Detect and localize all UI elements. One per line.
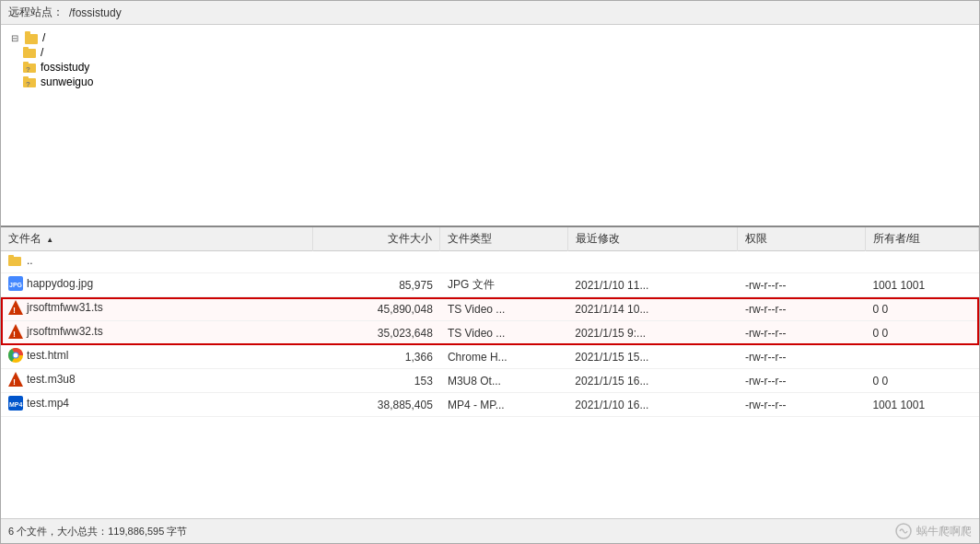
table-row[interactable]: .. <box>1 251 979 273</box>
folder-open-icon <box>25 31 40 44</box>
file-modified-cell: 2021/1/15 16... <box>567 369 738 393</box>
col-name[interactable]: 文件名 ▲ <box>1 227 312 251</box>
file-icon-wrapper: .. <box>8 254 33 267</box>
svg-text:?: ? <box>26 80 30 88</box>
tree-panel: ⊟ / / <box>1 25 979 227</box>
file-owner-cell: 1001 1001 <box>865 393 978 417</box>
m3u8-icon: ! <box>8 372 23 387</box>
svg-marker-21 <box>8 372 23 387</box>
file-name: test.html <box>27 349 68 362</box>
file-name: jrsoftmfww32.ts <box>27 325 103 338</box>
file-modified-cell: 2021/1/15 9:... <box>567 321 738 345</box>
table-row[interactable]: !jrsoftmfww32.ts35,023,648TS Video ...20… <box>1 321 979 345</box>
file-name: .. <box>27 254 33 267</box>
file-icon-wrapper: JPGhappydog.jpg <box>8 276 93 291</box>
file-size-cell: 35,023,648 <box>312 321 439 345</box>
col-size[interactable]: 文件大小 <box>312 227 439 251</box>
content-area: ⊟ / / <box>1 25 979 518</box>
file-type-cell: JPG 文件 <box>440 273 567 297</box>
watermark-text: 蜗牛爬啊爬 <box>894 522 972 540</box>
file-name-cell: !test.m3u8 <box>1 369 312 393</box>
file-size-cell: 153 <box>312 369 439 393</box>
file-name: test.m3u8 <box>27 373 76 386</box>
file-permissions-cell: -rw-r--r-- <box>738 297 865 321</box>
folder-question-icon-ts: ? <box>23 75 38 88</box>
file-permissions-cell: -rw-r--r-- <box>738 345 865 369</box>
file-name-cell: .. <box>1 251 312 273</box>
folder-icon-fossistudy <box>23 46 38 59</box>
sort-arrow-name: ▲ <box>46 236 53 244</box>
svg-text:!: ! <box>13 306 16 315</box>
svg-rect-1 <box>25 31 30 35</box>
tree-item-sunweiguo-label: fossistudy <box>41 61 89 74</box>
ts-icon: ! <box>8 324 23 339</box>
remote-site-path: /fossistudy <box>69 6 122 19</box>
file-owner-cell: 0 0 <box>865 369 978 393</box>
file-type-cell: MP4 - MP... <box>440 393 567 417</box>
file-modified-cell: 2021/1/15 15... <box>567 345 738 369</box>
table-row[interactable]: !jrsoftmfww31.ts45,890,048TS Video ...20… <box>1 297 979 321</box>
svg-rect-10 <box>8 257 21 266</box>
file-size-cell: 85,975 <box>312 273 439 297</box>
table-row[interactable]: JPGhappydog.jpg85,975JPG 文件2021/1/10 11.… <box>1 273 979 297</box>
col-type[interactable]: 文件类型 <box>440 227 567 251</box>
svg-rect-8 <box>23 76 29 79</box>
svg-text:?: ? <box>26 65 30 74</box>
tree-item-fossistudy-label: / <box>41 46 43 59</box>
tree-item-root[interactable]: ⊟ / <box>8 30 972 45</box>
tree-item-ts-label: sunweiguo <box>41 75 93 88</box>
file-icon-wrapper: !jrsoftmfww31.ts <box>8 300 103 315</box>
file-name: happydog.jpg <box>27 277 93 290</box>
tree-item-fossistudy[interactable]: / <box>23 45 972 60</box>
file-icon-wrapper: !test.m3u8 <box>8 372 76 387</box>
file-modified-cell: 2021/1/10 11... <box>567 273 738 297</box>
file-permissions-cell: -rw-r--r-- <box>738 369 865 393</box>
file-name-cell: !jrsoftmfww31.ts <box>1 297 312 321</box>
file-owner-cell <box>865 251 978 273</box>
mp4-icon: MP4 <box>8 396 23 411</box>
file-type-cell: TS Video ... <box>440 321 567 345</box>
file-permissions-cell: -rw-r--r-- <box>738 273 865 297</box>
svg-point-20 <box>14 353 18 358</box>
svg-text:MP4: MP4 <box>9 401 23 408</box>
file-icon-wrapper: test.html <box>8 348 68 363</box>
file-type-cell: Chrome H... <box>440 345 567 369</box>
file-owner-cell: 0 0 <box>865 321 978 345</box>
svg-text:!: ! <box>13 330 16 339</box>
svg-rect-0 <box>25 34 38 44</box>
file-owner-cell: 0 0 <box>865 297 978 321</box>
file-size-cell: 45,890,048 <box>312 297 439 321</box>
file-type-cell: TS Video ... <box>440 297 567 321</box>
file-table: 文件名 ▲ 文件大小 文件类型 最近修改 权限 所有者/组 ..JPGhappy… <box>1 227 979 417</box>
file-name-cell: test.html <box>1 345 312 369</box>
table-row[interactable]: !test.m3u8153M3U8 Ot...2021/1/15 16...-r… <box>1 369 979 393</box>
file-name-cell: !jrsoftmfww32.ts <box>1 321 312 345</box>
table-header-row: 文件名 ▲ 文件大小 文件类型 最近修改 权限 所有者/组 <box>1 227 979 251</box>
svg-rect-11 <box>8 255 14 258</box>
svg-rect-5 <box>23 62 29 64</box>
tree-item-sunweiguo[interactable]: ? fossistudy <box>23 60 972 75</box>
file-name-cell: JPGhappydog.jpg <box>1 273 312 297</box>
file-icon-wrapper: MP4test.mp4 <box>8 396 69 411</box>
col-permissions[interactable]: 权限 <box>738 227 865 251</box>
expand-icon: ⊟ <box>8 31 21 44</box>
tree-item-ts[interactable]: ? sunweiguo <box>23 75 972 89</box>
svg-text:JPG: JPG <box>9 282 23 288</box>
status-bar: 6 个文件，大小总共：119,886,595 字节 蜗牛爬啊爬 <box>1 518 979 543</box>
file-modified-cell: 2021/1/10 16... <box>567 393 738 417</box>
file-icon-wrapper: !jrsoftmfww32.ts <box>8 324 103 339</box>
file-modified-cell <box>567 251 738 273</box>
file-size-cell <box>312 251 439 273</box>
table-row[interactable]: test.html1,366Chrome H...2021/1/15 15...… <box>1 345 979 369</box>
col-modified[interactable]: 最近修改 <box>567 227 738 251</box>
file-owner-cell <box>865 345 978 369</box>
jpg-icon: JPG <box>8 276 23 291</box>
col-owner[interactable]: 所有者/组 <box>865 227 978 251</box>
file-type-cell <box>440 251 567 273</box>
svg-text:!: ! <box>13 377 16 387</box>
file-permissions-cell <box>738 251 865 273</box>
main-window: 远程站点： /fossistudy ⊟ / <box>0 0 980 544</box>
table-row[interactable]: MP4test.mp438,885,405MP4 - MP...2021/1/1… <box>1 393 979 417</box>
svg-marker-16 <box>8 324 23 339</box>
top-bar: 远程站点： /fossistudy <box>1 1 979 25</box>
